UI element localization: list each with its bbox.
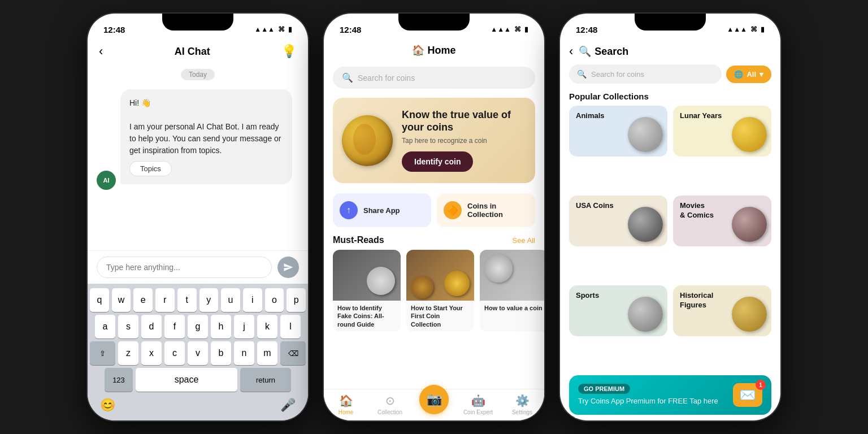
key-n[interactable]: n <box>234 341 254 365</box>
topics-button[interactable]: Topics <box>129 161 172 176</box>
key-numbers[interactable]: 123 <box>105 368 133 392</box>
tip-icon[interactable]: 💡 <box>281 44 297 59</box>
key-space[interactable]: space <box>136 368 237 392</box>
key-r[interactable]: r <box>155 288 175 312</box>
ai-message-bubble: Hi! 👋 I am your personal AI Chat Bot. I … <box>120 89 292 184</box>
collection-animals[interactable]: Animals <box>569 106 667 157</box>
article-title-2: How to Start Your First Coin Collection <box>406 301 474 332</box>
key-j[interactable]: j <box>234 315 254 338</box>
home-nav-label: Home <box>338 409 354 415</box>
share-label: Share App <box>363 206 400 215</box>
key-i[interactable]: i <box>243 288 262 312</box>
premium-banner[interactable]: GO PREMIUM Try Coins App Premium for FRE… <box>569 375 771 415</box>
search-nav-header: ‹ 🔍 Search <box>560 38 780 64</box>
key-delete[interactable]: ⌫ <box>280 341 306 365</box>
key-o[interactable]: o <box>265 288 284 312</box>
search-back-button[interactable]: ‹ <box>569 44 573 59</box>
key-m[interactable]: m <box>257 341 277 365</box>
camera-icon: 📷 <box>427 392 442 407</box>
collection-movies[interactable]: Movies& Comics <box>673 196 771 246</box>
key-s[interactable]: s <box>118 315 138 338</box>
see-all-button[interactable]: See All <box>513 236 535 245</box>
wifi-icon-3: ⌘ <box>750 25 757 33</box>
article-card-3[interactable]: How to value a coin <box>480 250 544 332</box>
key-v[interactable]: v <box>188 341 208 365</box>
collection-usa-label: USA Coins <box>576 201 614 211</box>
collection-sports-label: Sports <box>576 291 599 301</box>
chat-nav-header: ‹ AI Chat 💡 <box>88 38 308 64</box>
chat-date: Today <box>88 69 308 79</box>
article-card-1[interactable]: How to Identify Fake Coins: All-round Gu… <box>333 250 401 332</box>
key-return[interactable]: return <box>240 368 291 392</box>
hero-heading: Know the true value of your coins <box>402 109 526 133</box>
signal-icon: ▲▲▲ <box>254 25 275 33</box>
share-app-button[interactable]: ↑ Share App <box>333 193 431 227</box>
article-card-2[interactable]: How to Start Your First Coin Collection <box>406 250 474 332</box>
collection-label: Coins in Collection <box>467 202 528 219</box>
key-x[interactable]: x <box>141 341 162 365</box>
collection-historical[interactable]: HistoricalFigures <box>673 285 771 336</box>
key-p[interactable]: p <box>287 288 306 312</box>
mic-key[interactable]: 🎤 <box>275 394 301 416</box>
collection-nav-label: Collection <box>377 409 402 415</box>
key-a[interactable]: a <box>95 315 115 338</box>
identify-coin-button[interactable]: Identify coin <box>402 151 473 172</box>
key-k[interactable]: k <box>257 315 277 338</box>
filter-button[interactable]: 🌐 All ▾ <box>726 66 771 83</box>
keyboard-row-3: ⇧ z x c v b n m ⌫ <box>90 341 306 365</box>
key-h[interactable]: h <box>211 315 231 338</box>
key-y[interactable]: y <box>199 288 219 312</box>
nav-settings[interactable]: ⚙️ Settings <box>500 394 544 418</box>
key-e[interactable]: e <box>133 288 153 312</box>
key-t[interactable]: t <box>177 288 197 312</box>
key-c[interactable]: c <box>164 341 185 365</box>
search-input-wrap[interactable]: 🔍 Search for coins <box>569 64 722 84</box>
chat-input[interactable] <box>97 257 272 278</box>
home-title: 🏠 Home <box>412 44 455 57</box>
nav-coin-expert[interactable]: 🤖 Coin Expert <box>456 394 500 418</box>
filter-globe-icon: 🌐 <box>734 70 743 79</box>
coin-expert-nav-label: Coin Expert <box>463 409 493 415</box>
historical-coin <box>732 297 767 332</box>
status-time-2: 12:48 <box>340 25 361 34</box>
collection-animals-label: Animals <box>576 111 605 121</box>
hero-banner[interactable]: Know the true value of your coins Tap he… <box>333 98 535 183</box>
key-g[interactable]: g <box>188 315 208 338</box>
key-z[interactable]: z <box>118 341 138 365</box>
nav-collection[interactable]: ⊙ Collection <box>368 394 412 418</box>
key-shift[interactable]: ⇧ <box>90 341 115 365</box>
collection-usa[interactable]: USA Coins <box>569 196 667 246</box>
send-button[interactable] <box>277 257 299 278</box>
greeting-text: Hi! 👋 <box>129 98 151 107</box>
home-nav-header: 🏠 Home <box>324 38 544 62</box>
usa-coin <box>628 207 663 242</box>
collection-sports[interactable]: Sports <box>569 285 667 336</box>
key-l[interactable]: l <box>280 315 301 338</box>
key-b[interactable]: b <box>211 341 231 365</box>
key-d[interactable]: d <box>141 315 162 338</box>
key-u[interactable]: u <box>221 288 240 312</box>
popular-collections-title: Popular Collections <box>560 89 780 106</box>
home-search-bar[interactable]: 🔍 Search for coins <box>333 67 535 89</box>
chat-title: AI Chat <box>175 46 210 58</box>
collection-historical-label: HistoricalFigures <box>680 291 713 310</box>
key-f[interactable]: f <box>164 315 185 338</box>
key-w[interactable]: w <box>112 288 131 312</box>
home-icon: 🏠 <box>412 45 424 56</box>
nav-home[interactable]: 🏠 Home <box>324 394 368 418</box>
collection-icon: 🔶 <box>444 201 462 219</box>
back-button[interactable]: ‹ <box>99 44 103 59</box>
emoji-key[interactable]: 😊 <box>94 394 121 416</box>
keyboard-row-2: a s d f g h j k l <box>90 315 306 338</box>
coins-collection-button[interactable]: 🔶 Coins in Collection <box>437 193 535 227</box>
wifi-icon-2: ⌘ <box>514 25 521 33</box>
articles-row: How to Identify Fake Coins: All-round Gu… <box>324 250 544 332</box>
article-image-2 <box>406 250 474 301</box>
collection-lunar[interactable]: Lunar Years <box>673 106 771 157</box>
chat-input-area <box>88 250 308 284</box>
chat-messages-area: AI Hi! 👋 I am your personal AI Chat Bot.… <box>88 84 308 250</box>
premium-notification-badge: 1 <box>756 380 766 390</box>
key-q[interactable]: q <box>90 288 109 312</box>
nav-camera[interactable]: 📷 <box>412 394 456 418</box>
camera-button[interactable]: 📷 <box>419 385 449 414</box>
